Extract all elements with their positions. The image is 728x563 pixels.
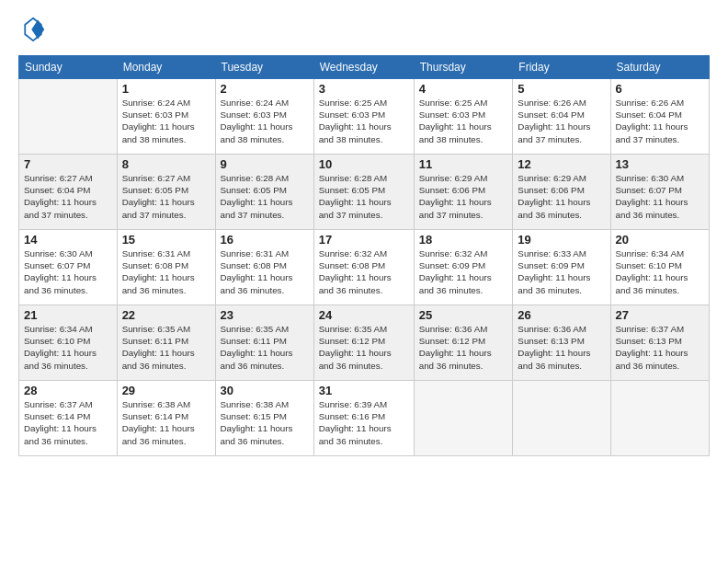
calendar-cell — [610, 381, 709, 456]
day-info: Sunrise: 6:31 AM Sunset: 6:08 PM Dayligh… — [122, 247, 210, 296]
logo — [18, 17, 50, 46]
day-number: 13 — [616, 157, 704, 171]
calendar-header-monday: Monday — [117, 56, 215, 79]
day-number: 21 — [24, 308, 112, 322]
day-number: 31 — [319, 384, 409, 397]
day-number: 25 — [419, 308, 508, 322]
calendar-cell: 28Sunrise: 6:37 AM Sunset: 6:14 PM Dayli… — [19, 381, 118, 456]
day-info: Sunrise: 6:39 AM Sunset: 6:16 PM Dayligh… — [319, 398, 409, 447]
day-number: 10 — [319, 157, 409, 171]
calendar-cell: 15Sunrise: 6:31 AM Sunset: 6:08 PM Dayli… — [117, 230, 215, 305]
calendar-cell: 11Sunrise: 6:29 AM Sunset: 6:06 PM Dayli… — [414, 155, 513, 230]
day-info: Sunrise: 6:26 AM Sunset: 6:04 PM Dayligh… — [518, 97, 605, 145]
calendar-cell: 9Sunrise: 6:28 AM Sunset: 6:05 PM Daylig… — [215, 155, 313, 230]
calendar-cell: 7Sunrise: 6:27 AM Sunset: 6:04 PM Daylig… — [19, 155, 118, 230]
day-info: Sunrise: 6:28 AM Sunset: 6:05 PM Dayligh… — [221, 172, 309, 221]
day-info: Sunrise: 6:28 AM Sunset: 6:05 PM Dayligh… — [319, 172, 409, 221]
calendar-cell: 6Sunrise: 6:26 AM Sunset: 6:04 PM Daylig… — [610, 79, 709, 155]
day-number: 14 — [24, 233, 112, 247]
day-number: 20 — [616, 233, 704, 247]
day-info: Sunrise: 6:35 AM Sunset: 6:11 PM Dayligh… — [122, 323, 210, 372]
day-info: Sunrise: 6:37 AM Sunset: 6:14 PM Dayligh… — [24, 398, 112, 447]
calendar-cell: 18Sunrise: 6:32 AM Sunset: 6:09 PM Dayli… — [414, 230, 513, 305]
day-number: 28 — [24, 384, 112, 397]
day-number: 22 — [122, 308, 210, 322]
calendar-cell: 19Sunrise: 6:33 AM Sunset: 6:09 PM Dayli… — [513, 230, 610, 305]
day-number: 4 — [419, 82, 508, 96]
calendar-cell: 29Sunrise: 6:38 AM Sunset: 6:14 PM Dayli… — [117, 381, 215, 456]
day-info: Sunrise: 6:38 AM Sunset: 6:15 PM Dayligh… — [221, 398, 309, 447]
day-info: Sunrise: 6:24 AM Sunset: 6:03 PM Dayligh… — [221, 97, 309, 145]
page: SundayMondayTuesdayWednesdayThursdayFrid… — [0, 0, 728, 563]
calendar-cell — [513, 381, 610, 456]
calendar-cell: 1Sunrise: 6:24 AM Sunset: 6:03 PM Daylig… — [117, 79, 215, 155]
day-info: Sunrise: 6:29 AM Sunset: 6:06 PM Dayligh… — [518, 172, 605, 221]
day-info: Sunrise: 6:37 AM Sunset: 6:13 PM Dayligh… — [616, 323, 704, 372]
calendar-week-row: 28Sunrise: 6:37 AM Sunset: 6:14 PM Dayli… — [19, 381, 710, 456]
calendar-table: SundayMondayTuesdayWednesdayThursdayFrid… — [18, 55, 710, 456]
calendar-header-row: SundayMondayTuesdayWednesdayThursdayFrid… — [19, 56, 710, 79]
calendar-cell: 2Sunrise: 6:24 AM Sunset: 6:03 PM Daylig… — [215, 79, 313, 155]
day-number: 3 — [319, 82, 409, 96]
day-info: Sunrise: 6:27 AM Sunset: 6:04 PM Dayligh… — [24, 172, 112, 221]
calendar-cell: 5Sunrise: 6:26 AM Sunset: 6:04 PM Daylig… — [513, 79, 610, 155]
day-number: 12 — [518, 157, 605, 171]
calendar-header-tuesday: Tuesday — [215, 56, 313, 79]
day-info: Sunrise: 6:29 AM Sunset: 6:06 PM Dayligh… — [419, 172, 508, 221]
day-number: 17 — [319, 233, 409, 247]
header — [18, 17, 710, 46]
calendar-week-row: 21Sunrise: 6:34 AM Sunset: 6:10 PM Dayli… — [19, 305, 710, 381]
logo-icon — [20, 17, 46, 42]
calendar-week-row: 1Sunrise: 6:24 AM Sunset: 6:03 PM Daylig… — [19, 79, 710, 155]
day-info: Sunrise: 6:32 AM Sunset: 6:09 PM Dayligh… — [419, 247, 508, 296]
calendar-cell: 27Sunrise: 6:37 AM Sunset: 6:13 PM Dayli… — [610, 305, 709, 381]
calendar-cell: 30Sunrise: 6:38 AM Sunset: 6:15 PM Dayli… — [215, 381, 313, 456]
day-info: Sunrise: 6:27 AM Sunset: 6:05 PM Dayligh… — [122, 172, 210, 221]
day-info: Sunrise: 6:30 AM Sunset: 6:07 PM Dayligh… — [24, 247, 112, 296]
day-info: Sunrise: 6:35 AM Sunset: 6:12 PM Dayligh… — [319, 323, 409, 372]
calendar-cell: 14Sunrise: 6:30 AM Sunset: 6:07 PM Dayli… — [19, 230, 118, 305]
day-number: 29 — [122, 384, 210, 397]
day-number: 19 — [518, 233, 605, 247]
calendar-cell: 17Sunrise: 6:32 AM Sunset: 6:08 PM Dayli… — [313, 230, 414, 305]
day-number: 9 — [221, 157, 309, 171]
day-info: Sunrise: 6:26 AM Sunset: 6:04 PM Dayligh… — [616, 97, 704, 145]
calendar-cell: 12Sunrise: 6:29 AM Sunset: 6:06 PM Dayli… — [513, 155, 610, 230]
calendar-cell: 23Sunrise: 6:35 AM Sunset: 6:11 PM Dayli… — [215, 305, 313, 381]
day-number: 2 — [221, 82, 309, 96]
day-info: Sunrise: 6:30 AM Sunset: 6:07 PM Dayligh… — [616, 172, 704, 221]
day-number: 11 — [419, 157, 508, 171]
calendar-cell: 21Sunrise: 6:34 AM Sunset: 6:10 PM Dayli… — [19, 305, 118, 381]
calendar-cell — [19, 79, 118, 155]
calendar-header-saturday: Saturday — [610, 56, 709, 79]
calendar-header-sunday: Sunday — [19, 56, 118, 79]
calendar-cell: 31Sunrise: 6:39 AM Sunset: 6:16 PM Dayli… — [313, 381, 414, 456]
day-number: 7 — [24, 157, 112, 171]
day-info: Sunrise: 6:36 AM Sunset: 6:12 PM Dayligh… — [419, 323, 508, 372]
day-info: Sunrise: 6:34 AM Sunset: 6:10 PM Dayligh… — [24, 323, 112, 372]
calendar-week-row: 14Sunrise: 6:30 AM Sunset: 6:07 PM Dayli… — [19, 230, 710, 305]
day-number: 16 — [221, 233, 309, 247]
day-number: 5 — [518, 82, 605, 96]
calendar-week-row: 7Sunrise: 6:27 AM Sunset: 6:04 PM Daylig… — [19, 155, 710, 230]
day-number: 1 — [122, 82, 210, 96]
day-info: Sunrise: 6:33 AM Sunset: 6:09 PM Dayligh… — [518, 247, 605, 296]
day-info: Sunrise: 6:31 AM Sunset: 6:08 PM Dayligh… — [221, 247, 309, 296]
calendar-cell: 16Sunrise: 6:31 AM Sunset: 6:08 PM Dayli… — [215, 230, 313, 305]
calendar-cell: 26Sunrise: 6:36 AM Sunset: 6:13 PM Dayli… — [513, 305, 610, 381]
day-info: Sunrise: 6:25 AM Sunset: 6:03 PM Dayligh… — [319, 97, 409, 145]
day-info: Sunrise: 6:36 AM Sunset: 6:13 PM Dayligh… — [518, 323, 605, 372]
day-number: 30 — [221, 384, 309, 397]
day-number: 8 — [122, 157, 210, 171]
calendar-cell: 25Sunrise: 6:36 AM Sunset: 6:12 PM Dayli… — [414, 305, 513, 381]
day-number: 18 — [419, 233, 508, 247]
day-number: 24 — [319, 308, 409, 322]
calendar-header-friday: Friday — [513, 56, 610, 79]
day-info: Sunrise: 6:24 AM Sunset: 6:03 PM Dayligh… — [122, 97, 210, 145]
day-number: 6 — [616, 82, 704, 96]
day-number: 15 — [122, 233, 210, 247]
day-info: Sunrise: 6:38 AM Sunset: 6:14 PM Dayligh… — [122, 398, 210, 447]
day-info: Sunrise: 6:32 AM Sunset: 6:08 PM Dayligh… — [319, 247, 409, 296]
calendar-cell — [414, 381, 513, 456]
day-number: 26 — [518, 308, 605, 322]
